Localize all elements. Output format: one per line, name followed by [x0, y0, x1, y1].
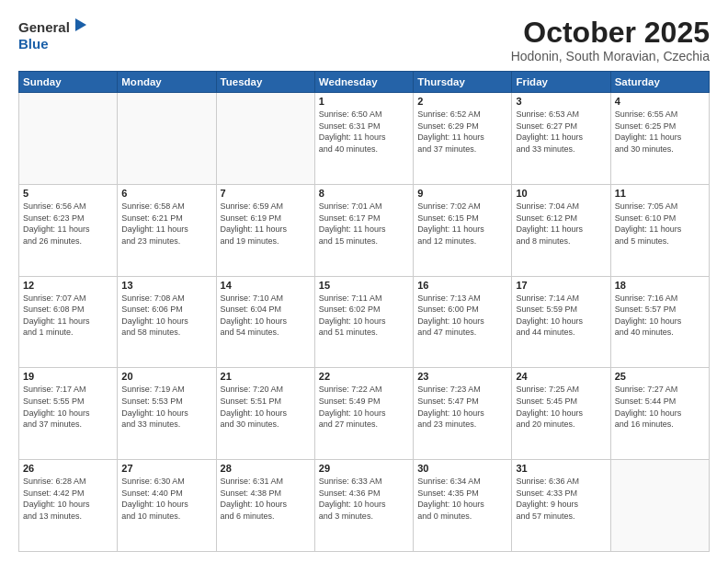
logo: General Blue [18, 17, 88, 51]
calendar-cell: 8Sunrise: 7:01 AM Sunset: 6:17 PM Daylig… [314, 184, 413, 276]
calendar-cell: 6Sunrise: 6:58 AM Sunset: 6:21 PM Daylig… [118, 184, 216, 276]
day-number: 1 [319, 96, 409, 107]
calendar-cell: 5Sunrise: 6:56 AM Sunset: 6:23 PM Daylig… [19, 184, 118, 276]
day-number: 18 [615, 280, 705, 291]
day-number: 19 [23, 371, 113, 382]
calendar-cell: 18Sunrise: 7:16 AM Sunset: 5:57 PM Dayli… [610, 276, 709, 368]
logo-icon [72, 17, 88, 33]
day-info: Sunrise: 6:59 AM Sunset: 6:19 PM Dayligh… [221, 201, 311, 247]
day-info: Sunrise: 6:34 AM Sunset: 4:35 PM Dayligh… [417, 476, 507, 522]
header-row: Sunday Monday Tuesday Wednesday Thursday… [19, 72, 710, 93]
day-info: Sunrise: 6:55 AM Sunset: 6:25 PM Dayligh… [615, 109, 705, 155]
day-info: Sunrise: 6:31 AM Sunset: 4:38 PM Dayligh… [221, 476, 311, 522]
day-number: 25 [615, 371, 705, 382]
calendar-cell: 19Sunrise: 7:17 AM Sunset: 5:55 PM Dayli… [19, 368, 118, 460]
calendar-cell: 13Sunrise: 7:08 AM Sunset: 6:06 PM Dayli… [118, 276, 216, 368]
day-info: Sunrise: 7:01 AM Sunset: 6:17 PM Dayligh… [319, 201, 409, 247]
calendar-week-3: 19Sunrise: 7:17 AM Sunset: 5:55 PM Dayli… [19, 368, 710, 460]
calendar-week-4: 26Sunrise: 6:28 AM Sunset: 4:42 PM Dayli… [19, 460, 710, 552]
day-number: 23 [417, 371, 507, 382]
day-info: Sunrise: 7:19 AM Sunset: 5:53 PM Dayligh… [121, 384, 211, 430]
day-info: Sunrise: 7:14 AM Sunset: 5:59 PM Dayligh… [516, 293, 606, 339]
day-number: 16 [417, 280, 507, 291]
day-info: Sunrise: 7:20 AM Sunset: 5:51 PM Dayligh… [221, 384, 311, 430]
calendar-week-0: 1Sunrise: 6:50 AM Sunset: 6:31 PM Daylig… [19, 93, 710, 185]
day-number: 11 [615, 188, 705, 199]
calendar-cell: 2Sunrise: 6:52 AM Sunset: 6:29 PM Daylig… [414, 93, 512, 185]
calendar-cell: 22Sunrise: 7:22 AM Sunset: 5:49 PM Dayli… [314, 368, 413, 460]
day-info: Sunrise: 7:23 AM Sunset: 5:47 PM Dayligh… [417, 384, 507, 430]
day-info: Sunrise: 6:28 AM Sunset: 4:42 PM Dayligh… [23, 476, 113, 522]
calendar-cell: 16Sunrise: 7:13 AM Sunset: 6:00 PM Dayli… [414, 276, 512, 368]
calendar-cell: 30Sunrise: 6:34 AM Sunset: 4:35 PM Dayli… [414, 460, 512, 552]
calendar-cell: 3Sunrise: 6:53 AM Sunset: 6:27 PM Daylig… [512, 93, 610, 185]
calendar-cell [216, 93, 314, 185]
calendar-title: October 2025 [511, 17, 710, 49]
calendar-cell: 14Sunrise: 7:10 AM Sunset: 6:04 PM Dayli… [216, 276, 314, 368]
calendar-cell: 25Sunrise: 7:27 AM Sunset: 5:44 PM Dayli… [610, 368, 709, 460]
calendar-cell: 12Sunrise: 7:07 AM Sunset: 6:08 PM Dayli… [19, 276, 118, 368]
day-number: 8 [319, 188, 409, 199]
title-area: October 2025 Hodonin, South Moravian, Cz… [511, 17, 710, 63]
calendar-cell [610, 460, 709, 552]
day-number: 9 [417, 188, 507, 199]
day-number: 7 [221, 188, 311, 199]
day-number: 31 [516, 463, 606, 474]
header-friday: Friday [512, 72, 610, 93]
day-info: Sunrise: 7:13 AM Sunset: 6:00 PM Dayligh… [417, 293, 507, 339]
day-number: 24 [516, 371, 606, 382]
day-info: Sunrise: 7:04 AM Sunset: 6:12 PM Dayligh… [516, 201, 606, 247]
header-monday: Monday [118, 72, 216, 93]
calendar-cell: 4Sunrise: 6:55 AM Sunset: 6:25 PM Daylig… [610, 93, 709, 185]
calendar-cell: 27Sunrise: 6:30 AM Sunset: 4:40 PM Dayli… [118, 460, 216, 552]
day-number: 28 [221, 463, 311, 474]
day-number: 12 [23, 280, 113, 291]
day-info: Sunrise: 7:05 AM Sunset: 6:10 PM Dayligh… [615, 201, 705, 247]
day-info: Sunrise: 6:33 AM Sunset: 4:36 PM Dayligh… [319, 476, 409, 522]
header-wednesday: Wednesday [314, 72, 413, 93]
header-tuesday: Tuesday [216, 72, 314, 93]
day-number: 29 [319, 463, 409, 474]
day-number: 30 [417, 463, 507, 474]
day-number: 13 [121, 280, 211, 291]
calendar-cell: 7Sunrise: 6:59 AM Sunset: 6:19 PM Daylig… [216, 184, 314, 276]
day-info: Sunrise: 7:11 AM Sunset: 6:02 PM Dayligh… [319, 293, 409, 339]
day-number: 6 [121, 188, 211, 199]
calendar-cell: 24Sunrise: 7:25 AM Sunset: 5:45 PM Dayli… [512, 368, 610, 460]
day-info: Sunrise: 7:08 AM Sunset: 6:06 PM Dayligh… [121, 293, 211, 339]
day-number: 26 [23, 463, 113, 474]
day-info: Sunrise: 6:56 AM Sunset: 6:23 PM Dayligh… [23, 201, 113, 247]
page: General Blue October 2025 Hodonin, South… [0, 0, 728, 563]
calendar-cell: 21Sunrise: 7:20 AM Sunset: 5:51 PM Dayli… [216, 368, 314, 460]
day-info: Sunrise: 7:27 AM Sunset: 5:44 PM Dayligh… [615, 384, 705, 430]
day-info: Sunrise: 7:16 AM Sunset: 5:57 PM Dayligh… [615, 293, 705, 339]
calendar-cell: 9Sunrise: 7:02 AM Sunset: 6:15 PM Daylig… [414, 184, 512, 276]
day-info: Sunrise: 6:53 AM Sunset: 6:27 PM Dayligh… [516, 109, 606, 155]
calendar-cell [118, 93, 216, 185]
header: General Blue October 2025 Hodonin, South… [18, 17, 710, 63]
day-number: 15 [319, 280, 409, 291]
calendar-cell: 28Sunrise: 6:31 AM Sunset: 4:38 PM Dayli… [216, 460, 314, 552]
calendar-cell: 29Sunrise: 6:33 AM Sunset: 4:36 PM Dayli… [314, 460, 413, 552]
calendar-cell: 23Sunrise: 7:23 AM Sunset: 5:47 PM Dayli… [414, 368, 512, 460]
calendar-cell: 15Sunrise: 7:11 AM Sunset: 6:02 PM Dayli… [314, 276, 413, 368]
day-number: 2 [417, 96, 507, 107]
day-info: Sunrise: 7:17 AM Sunset: 5:55 PM Dayligh… [23, 384, 113, 430]
day-info: Sunrise: 7:22 AM Sunset: 5:49 PM Dayligh… [319, 384, 409, 430]
day-number: 4 [615, 96, 705, 107]
day-number: 21 [221, 371, 311, 382]
day-info: Sunrise: 7:10 AM Sunset: 6:04 PM Dayligh… [221, 293, 311, 339]
calendar-cell: 17Sunrise: 7:14 AM Sunset: 5:59 PM Dayli… [512, 276, 610, 368]
day-number: 14 [221, 280, 311, 291]
day-info: Sunrise: 6:52 AM Sunset: 6:29 PM Dayligh… [417, 109, 507, 155]
header-thursday: Thursday [414, 72, 512, 93]
header-saturday: Saturday [610, 72, 709, 93]
day-number: 3 [516, 96, 606, 107]
day-info: Sunrise: 6:30 AM Sunset: 4:40 PM Dayligh… [121, 476, 211, 522]
day-number: 22 [319, 371, 409, 382]
header-sunday: Sunday [19, 72, 118, 93]
day-number: 17 [516, 280, 606, 291]
calendar-week-2: 12Sunrise: 7:07 AM Sunset: 6:08 PM Dayli… [19, 276, 710, 368]
calendar-cell: 11Sunrise: 7:05 AM Sunset: 6:10 PM Dayli… [610, 184, 709, 276]
calendar-cell: 20Sunrise: 7:19 AM Sunset: 5:53 PM Dayli… [118, 368, 216, 460]
